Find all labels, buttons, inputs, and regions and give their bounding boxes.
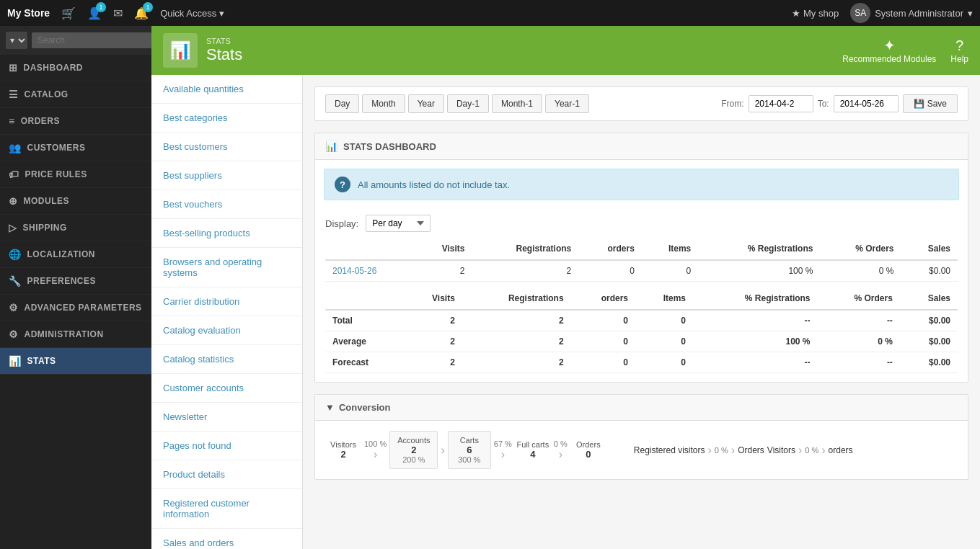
dashboard-header-icon: 📊 bbox=[325, 140, 337, 152]
user-dropdown-icon[interactable]: ▾ bbox=[968, 8, 973, 19]
stats-nav-best-vouchers[interactable]: Best vouchers bbox=[151, 190, 302, 219]
conv-arrow-4: 0 % › bbox=[554, 439, 568, 461]
to-label: To: bbox=[818, 99, 829, 109]
sidebar-item-advanced-parameters[interactable]: ⚙ ADVANCED PARAMETERS bbox=[0, 295, 151, 321]
stats-nav-pages-not-found[interactable]: Pages not found bbox=[151, 432, 302, 460]
recommended-modules-label: Recommended Modules bbox=[842, 54, 936, 64]
filter-icon: ▼ bbox=[325, 402, 335, 413]
sidebar-item-modules[interactable]: ⊕ MODULES bbox=[0, 188, 151, 215]
sidebar-label-price-rules: PRICE RULES bbox=[25, 169, 87, 179]
avatar: SA bbox=[850, 3, 870, 23]
localization-icon: 🌐 bbox=[9, 249, 22, 260]
bell-icon[interactable]: 🔔1 bbox=[134, 6, 149, 20]
cell-visits: 2 bbox=[415, 260, 472, 282]
time-year-button[interactable]: Year bbox=[408, 94, 444, 113]
stats-dashboard-header: 📊 STATS DASHBOARD bbox=[315, 133, 968, 160]
sidebar: ▾ ⊞ DASHBOARD ☰ CATALOG ≡ ORDERS 👥 CUSTO… bbox=[0, 26, 151, 549]
user-icon[interactable]: 👤1 bbox=[87, 6, 102, 20]
cell-items: 0 bbox=[635, 352, 693, 373]
stats-nav-best-suppliers[interactable]: Best suppliers bbox=[151, 161, 302, 190]
sidebar-item-dashboard[interactable]: ⊞ DASHBOARD bbox=[0, 55, 151, 81]
price-rules-icon: 🏷 bbox=[9, 169, 19, 180]
cell-pct-orders: 0 % bbox=[820, 260, 901, 282]
table-row: Forecast 2 2 0 0 -- -- $0.00 bbox=[325, 352, 958, 373]
display-select[interactable]: Per day Per week Per month bbox=[366, 215, 431, 232]
sidebar-item-price-rules[interactable]: 🏷 PRICE RULES bbox=[0, 161, 151, 188]
col-header-orders: orders bbox=[578, 238, 642, 260]
help-button[interactable]: ? Help bbox=[950, 37, 968, 64]
stats-nav-registered-customer[interactable]: Registered customer information bbox=[151, 489, 302, 529]
time-year-minus1-button[interactable]: Year-1 bbox=[545, 94, 589, 113]
tax-info-text: All amounts listed do not include tax. bbox=[358, 179, 510, 190]
sidebar-item-stats[interactable]: 📊 STATS bbox=[0, 348, 151, 375]
conv-orders: Orders 0 bbox=[570, 440, 606, 460]
stats-nav-customer-accounts[interactable]: Customer accounts bbox=[151, 374, 302, 403]
tax-info-box: ? All amounts listed do not include tax. bbox=[324, 169, 959, 200]
stats-nav-best-customers[interactable]: Best customers bbox=[151, 133, 302, 161]
cell-registrations: 2 bbox=[462, 352, 571, 373]
cell-orders: 0 bbox=[578, 260, 642, 282]
conv-full-carts: Full carts 4 bbox=[515, 440, 551, 460]
stats-nav-sales-orders[interactable]: Sales and orders bbox=[151, 529, 302, 549]
cart-icon[interactable]: 🛒 bbox=[61, 6, 76, 20]
time-month-minus1-button[interactable]: Month-1 bbox=[492, 94, 542, 113]
conv-reg-visitors-label: Registered visitors bbox=[634, 445, 705, 455]
recommended-modules-button[interactable]: ✦ Recommended Modules bbox=[842, 37, 936, 64]
cell-items: 0 bbox=[642, 260, 698, 282]
my-shop-link[interactable]: ★ My shop bbox=[792, 8, 839, 19]
save-button[interactable]: 💾 Save bbox=[903, 94, 958, 113]
sidebar-item-customers[interactable]: 👥 CUSTOMERS bbox=[0, 135, 151, 161]
help-icon: ? bbox=[950, 37, 968, 54]
cell-registrations: 2 bbox=[462, 331, 571, 352]
cell-label: Forecast bbox=[325, 352, 404, 373]
stats-nav-newsletter[interactable]: Newsletter bbox=[151, 403, 302, 432]
stats-nav-available-quantities[interactable]: Available quantities bbox=[151, 75, 302, 104]
stats-nav-product-details[interactable]: Product details bbox=[151, 460, 302, 489]
stats-dashboard-title: STATS DASHBOARD bbox=[343, 141, 436, 152]
cell-visits: 2 bbox=[404, 331, 462, 352]
sidebar-item-administration[interactable]: ⚙ ADMINISTRATION bbox=[0, 321, 151, 348]
stats-nav-catalog-eval[interactable]: Catalog evaluation bbox=[151, 316, 302, 345]
to-date-input[interactable] bbox=[834, 95, 899, 112]
summary-col-orders: orders bbox=[571, 287, 635, 310]
time-day-minus1-button[interactable]: Day-1 bbox=[447, 94, 489, 113]
quick-access-button[interactable]: Quick Access ▾ bbox=[160, 8, 224, 19]
from-date-input[interactable] bbox=[749, 95, 813, 112]
stats-nav-best-selling[interactable]: Best-selling products bbox=[151, 219, 302, 248]
col-header-visits: Visits bbox=[415, 238, 472, 260]
col-header-pct-reg: % Registrations bbox=[698, 238, 820, 260]
user-info: SA System Administrator ▾ bbox=[850, 3, 973, 23]
cell-items: 0 bbox=[635, 331, 693, 352]
cell-pct-reg: -- bbox=[693, 310, 818, 331]
sidebar-item-preferences[interactable]: 🔧 PREFERENCES bbox=[0, 268, 151, 295]
main-layout: ▾ ⊞ DASHBOARD ☰ CATALOG ≡ ORDERS 👥 CUSTO… bbox=[0, 26, 980, 549]
sidebar-label-orders: ORDERS bbox=[21, 116, 60, 126]
time-day-button[interactable]: Day bbox=[325, 94, 359, 113]
sidebar-item-orders[interactable]: ≡ ORDERS bbox=[0, 108, 151, 135]
sidebar-item-localization[interactable]: 🌐 LOCALIZATION bbox=[0, 241, 151, 268]
customers-icon: 👥 bbox=[9, 142, 22, 153]
stats-nav-catalog-stats[interactable]: Catalog statistics bbox=[151, 345, 302, 374]
stats-nav-carrier-dist[interactable]: Carrier distribution bbox=[151, 287, 302, 316]
cell-orders: 0 bbox=[571, 310, 635, 331]
cell-registrations: 2 bbox=[472, 260, 579, 282]
conv-accounts-box: Accounts 2 200 % bbox=[389, 431, 438, 469]
time-month-button[interactable]: Month bbox=[362, 94, 405, 113]
col-header-items: Items bbox=[642, 238, 698, 260]
col-header-sales: Sales bbox=[901, 238, 958, 260]
search-type-select[interactable]: ▾ bbox=[6, 32, 27, 49]
stats-nav-best-categories[interactable]: Best categories bbox=[151, 104, 302, 133]
table-row: Total 2 2 0 0 -- -- $0.00 bbox=[325, 310, 958, 331]
sidebar-label-shipping: SHIPPING bbox=[23, 223, 67, 233]
search-input[interactable] bbox=[32, 32, 151, 48]
email-icon[interactable]: ✉ bbox=[113, 6, 123, 20]
sidebar-label-advanced: ADVANCED PARAMETERS bbox=[25, 303, 142, 313]
conv-carts-box: Carts 6 300 % bbox=[448, 431, 491, 469]
main-data-table-wrapper: Visits Registrations orders Items % Regi… bbox=[315, 238, 968, 382]
sidebar-item-catalog[interactable]: ☰ CATALOG bbox=[0, 81, 151, 108]
sidebar-item-shipping[interactable]: ▷ SHIPPING bbox=[0, 215, 151, 241]
cell-orders: 0 bbox=[571, 352, 635, 373]
conversion-title: Conversion bbox=[339, 402, 391, 413]
stats-nav-browsers[interactable]: Browsers and operating systems bbox=[151, 248, 302, 287]
sidebar-label-stats: STATS bbox=[27, 356, 56, 366]
